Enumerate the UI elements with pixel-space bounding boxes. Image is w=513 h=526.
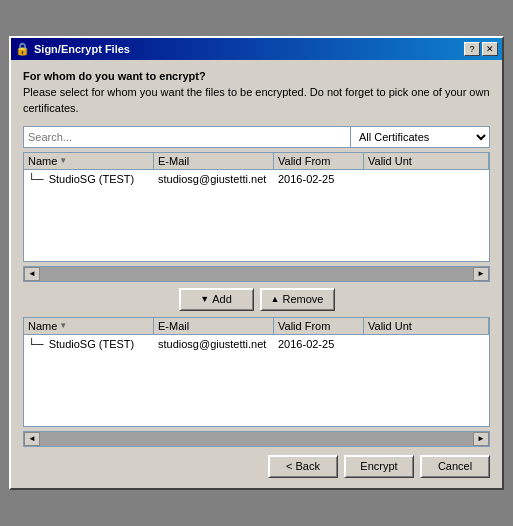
scroll-left-arrow[interactable]: ◄ <box>24 267 40 281</box>
add-button[interactable]: ▼ Add <box>179 288 254 311</box>
title-bar-left: 🔒 Sign/Encrypt Files <box>15 42 130 56</box>
bot-scroll-left-arrow[interactable]: ◄ <box>24 432 40 446</box>
table-row[interactable]: └─ StudioSG (TEST) studiosg@giustetti.ne… <box>24 170 489 188</box>
bot-row-name: └─ StudioSG (TEST) <box>24 336 154 352</box>
top-table-hscroll[interactable]: ◄ ► <box>23 266 490 282</box>
bot-col-name-header: Name ▼ <box>24 318 154 334</box>
window-body: For whom do you want to encrypt? Please … <box>11 60 502 488</box>
instruction-title: For whom do you want to encrypt? <box>23 70 490 82</box>
row-email: studiosg@giustetti.net <box>154 171 274 187</box>
search-input[interactable] <box>23 126 350 148</box>
window-icon: 🔒 <box>15 42 30 56</box>
footer-buttons: < Back Encrypt Cancel <box>23 455 490 478</box>
col-name-header: Name ▼ <box>24 153 154 169</box>
help-button[interactable]: ? <box>464 42 480 56</box>
table-row[interactable]: └─ StudioSG (TEST) studiosg@giustetti.ne… <box>24 335 489 353</box>
col-valid-from-header: Valid From <box>274 153 364 169</box>
encrypt-button[interactable]: Encrypt <box>344 455 414 478</box>
bot-scroll-track <box>40 432 473 446</box>
bottom-table-body: └─ StudioSG (TEST) studiosg@giustetti.ne… <box>24 335 489 423</box>
back-button[interactable]: < Back <box>268 455 338 478</box>
bottom-table-hscroll[interactable]: ◄ ► <box>23 431 490 447</box>
bot-scroll-right-arrow[interactable]: ► <box>473 432 489 446</box>
window-title: Sign/Encrypt Files <box>34 43 130 55</box>
cancel-button[interactable]: Cancel <box>420 455 490 478</box>
scroll-track <box>40 267 473 281</box>
row-valid-from: 2016-02-25 <box>274 171 364 187</box>
row-valid-until <box>364 177 489 181</box>
bot-col-valid-until-header: Valid Unt <box>364 318 489 334</box>
main-window: 🔒 Sign/Encrypt Files ? ✕ For whom do you… <box>9 36 504 490</box>
instruction-detail: Please select for whom you want the file… <box>23 85 490 116</box>
bot-sort-arrow-icon: ▼ <box>59 321 67 330</box>
col-valid-until-header: Valid Unt <box>364 153 489 169</box>
cert-filter-wrapper: All Certificates My Certificates Other C… <box>350 126 490 148</box>
row-name: └─ StudioSG (TEST) <box>24 171 154 187</box>
remove-button[interactable]: ▲ Remove <box>260 288 335 311</box>
top-table-body: └─ StudioSG (TEST) studiosg@giustetti.ne… <box>24 170 489 258</box>
tree-expand-icon: └─ <box>28 173 44 185</box>
top-table-header: Name ▼ E-Mail Valid From Valid Unt <box>24 153 489 170</box>
bot-row-valid-until <box>364 342 489 346</box>
bottom-table-header: Name ▼ E-Mail Valid From Valid Unt <box>24 318 489 335</box>
available-certs-table: Name ▼ E-Mail Valid From Valid Unt └─ S <box>23 152 490 262</box>
bot-tree-expand-icon: └─ <box>28 338 44 350</box>
add-remove-buttons: ▼ Add ▲ Remove <box>23 288 490 311</box>
add-icon: ▼ <box>200 294 209 304</box>
bot-col-email-header: E-Mail <box>154 318 274 334</box>
selected-certs-table: Name ▼ E-Mail Valid From Valid Unt └─ S <box>23 317 490 427</box>
col-email-header: E-Mail <box>154 153 274 169</box>
scroll-right-arrow[interactable]: ► <box>473 267 489 281</box>
bot-row-email: studiosg@giustetti.net <box>154 336 274 352</box>
bot-col-valid-from-header: Valid From <box>274 318 364 334</box>
close-button[interactable]: ✕ <box>482 42 498 56</box>
search-row: All Certificates My Certificates Other C… <box>23 126 490 148</box>
remove-icon: ▲ <box>271 294 280 304</box>
bot-row-valid-from: 2016-02-25 <box>274 336 364 352</box>
cert-filter-dropdown[interactable]: All Certificates My Certificates Other C… <box>350 126 490 148</box>
sort-arrow-icon: ▼ <box>59 156 67 165</box>
title-buttons: ? ✕ <box>464 42 498 56</box>
title-bar: 🔒 Sign/Encrypt Files ? ✕ <box>11 38 502 60</box>
